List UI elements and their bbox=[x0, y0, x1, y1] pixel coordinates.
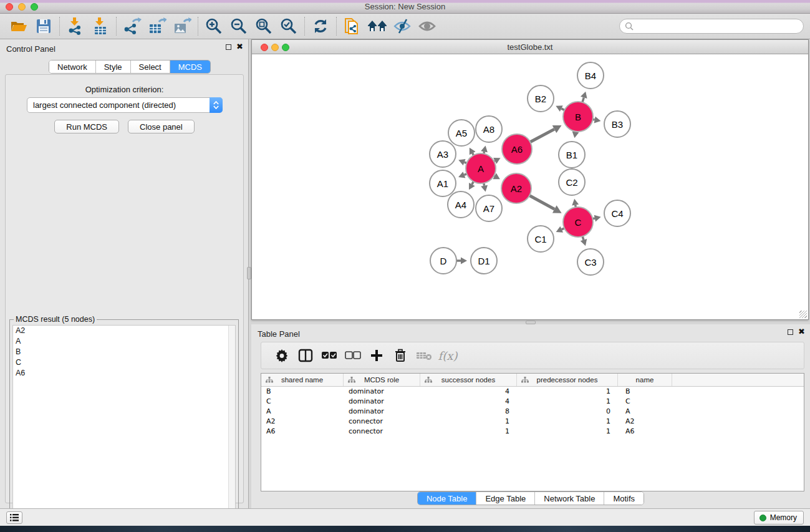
mcds-panel-body: Optimization criterion: largest connecte… bbox=[5, 74, 244, 503]
network-document-icon[interactable] bbox=[340, 16, 365, 37]
graph-node-B[interactable]: B bbox=[562, 101, 594, 132]
home-icon[interactable] bbox=[365, 16, 390, 37]
table-row[interactable]: Adominator80A bbox=[261, 407, 804, 417]
gear-icon[interactable] bbox=[270, 344, 294, 367]
graph-node-A7[interactable]: A7 bbox=[475, 195, 503, 222]
result-list-item[interactable]: A2 bbox=[13, 326, 235, 336]
graph-node-A5[interactable]: A5 bbox=[448, 119, 475, 147]
table-cell: B bbox=[261, 387, 344, 395]
table-cell: dominator bbox=[344, 407, 420, 415]
search-input[interactable] bbox=[634, 21, 803, 32]
column-header-successor-nodes[interactable]: successor nodes bbox=[420, 374, 517, 386]
delete-icon[interactable] bbox=[388, 344, 412, 367]
table-row[interactable]: A2connector11A2 bbox=[261, 416, 804, 426]
desktop-background bbox=[0, 526, 810, 532]
export-image-icon[interactable] bbox=[170, 16, 195, 37]
table-row[interactable]: Bdominator41B bbox=[261, 387, 804, 397]
export-table-icon[interactable] bbox=[145, 16, 170, 37]
close-table-panel-icon[interactable]: ✖ bbox=[798, 329, 805, 335]
run-mcds-button[interactable]: Run MCDS bbox=[54, 120, 119, 133]
window-resize-grip[interactable] bbox=[799, 311, 807, 318]
criterion-dropdown[interactable]: largest connected component (directed) bbox=[27, 97, 223, 113]
tab-network[interactable]: Network bbox=[49, 60, 96, 73]
network-canvas[interactable]: B4B2BB3A5A8A6B1A3AC2A1A2A4A7C4CC1DD1C3 bbox=[252, 55, 808, 319]
float-table-panel-icon[interactable] bbox=[788, 329, 793, 335]
graph-node-B3[interactable]: B3 bbox=[604, 110, 631, 138]
vertical-split-grip[interactable] bbox=[247, 267, 251, 279]
node-label: A6 bbox=[511, 144, 523, 155]
toolbar-separator bbox=[59, 17, 60, 36]
task-history-button[interactable] bbox=[6, 511, 22, 524]
tab-network-table[interactable]: Network Table bbox=[535, 492, 604, 505]
graph-node-C[interactable]: C bbox=[562, 206, 594, 238]
node-table[interactable]: shared nameMCDS rolesuccessor nodesprede… bbox=[261, 373, 804, 491]
tab-node-table[interactable]: Node Table bbox=[418, 492, 477, 505]
control-panel-title: Control Panel bbox=[6, 44, 55, 54]
column-header-name[interactable]: name bbox=[618, 374, 672, 386]
column-header-MCDS-role[interactable]: MCDS role bbox=[344, 374, 420, 386]
table-cell: 1 bbox=[517, 397, 618, 405]
save-icon[interactable] bbox=[31, 16, 56, 37]
result-list-scrollbar[interactable] bbox=[228, 326, 235, 528]
title-bar: Session: New Session bbox=[0, 0, 810, 14]
graph-node-C3[interactable]: C3 bbox=[577, 248, 604, 276]
import-table-icon[interactable] bbox=[88, 16, 113, 37]
export-network-icon[interactable] bbox=[120, 16, 145, 37]
column-header-label: MCDS role bbox=[364, 376, 399, 384]
tab-style[interactable]: Style bbox=[96, 60, 131, 73]
graph-node-C4[interactable]: C4 bbox=[604, 200, 631, 227]
graph-node-A4[interactable]: A4 bbox=[447, 191, 475, 218]
graph-node-A3[interactable]: A3 bbox=[429, 140, 456, 168]
table-row[interactable]: A6connector11A6 bbox=[261, 426, 804, 436]
graph-node-C2[interactable]: C2 bbox=[558, 168, 586, 196]
table-row[interactable]: Cdominator41C bbox=[261, 397, 804, 407]
tab-edge-table[interactable]: Edge Table bbox=[476, 492, 535, 505]
criterion-value: largest connected component (directed) bbox=[27, 100, 210, 110]
graph-node-B4[interactable]: B4 bbox=[577, 62, 604, 89]
graph-node-D1[interactable]: D1 bbox=[470, 247, 498, 274]
add-icon[interactable] bbox=[365, 344, 388, 367]
result-list-item[interactable]: B bbox=[13, 347, 235, 357]
result-list-item[interactable]: C bbox=[13, 357, 235, 368]
open-folder-icon[interactable] bbox=[6, 16, 31, 37]
result-list-item[interactable]: A6 bbox=[13, 368, 235, 379]
tab-motifs[interactable]: Motifs bbox=[604, 492, 644, 505]
select-all-icon[interactable] bbox=[317, 344, 341, 367]
close-panel-button[interactable]: Close panel bbox=[128, 120, 195, 133]
node-label: C bbox=[575, 217, 582, 228]
column-icon[interactable] bbox=[294, 344, 317, 367]
node-label: A8 bbox=[483, 124, 494, 135]
refresh-icon[interactable] bbox=[308, 16, 333, 37]
mcds-result-list[interactable]: A2ABCA6 bbox=[12, 325, 236, 528]
zoom-selected-icon[interactable] bbox=[276, 16, 301, 37]
memory-button[interactable]: Memory bbox=[754, 511, 804, 525]
hide-details-icon[interactable] bbox=[390, 16, 415, 37]
close-panel-icon[interactable]: ✖ bbox=[236, 44, 243, 50]
graph-node-D[interactable]: D bbox=[430, 247, 457, 274]
column-header-shared-name[interactable]: shared name bbox=[261, 374, 344, 386]
search-box[interactable] bbox=[619, 19, 804, 34]
zoom-out-icon[interactable] bbox=[226, 16, 251, 37]
node-label: A4 bbox=[455, 200, 466, 210]
network-window-titlebar[interactable]: testGlobe.txt bbox=[252, 40, 808, 54]
zoom-in-icon[interactable] bbox=[201, 16, 226, 37]
deselect-all-icon[interactable] bbox=[341, 344, 365, 367]
graph-node-A6[interactable]: A6 bbox=[501, 133, 533, 165]
float-panel-icon[interactable] bbox=[226, 44, 231, 50]
import-network-icon[interactable] bbox=[63, 16, 88, 37]
graph-node-A8[interactable]: A8 bbox=[475, 115, 503, 143]
graph-node-C1[interactable]: C1 bbox=[527, 225, 554, 253]
tab-select[interactable]: Select bbox=[131, 60, 170, 73]
show-details-icon[interactable] bbox=[415, 16, 440, 37]
graph-node-A2[interactable]: A2 bbox=[501, 173, 532, 204]
graph-node-A[interactable]: A bbox=[465, 153, 496, 184]
graph-node-B2[interactable]: B2 bbox=[527, 85, 554, 112]
node-label: A3 bbox=[437, 149, 448, 160]
zoom-fit-icon[interactable] bbox=[251, 16, 276, 37]
result-list-item[interactable]: A bbox=[13, 336, 235, 347]
column-header-label: name bbox=[636, 376, 654, 384]
graph-node-B1[interactable]: B1 bbox=[558, 141, 586, 168]
tab-mcds[interactable]: MCDS bbox=[170, 60, 210, 73]
control-panel: Control Panel ✖ NetworkStyleSelectMCDS O… bbox=[0, 39, 249, 508]
column-header-predecessor-nodes[interactable]: predecessor nodes bbox=[517, 374, 618, 386]
